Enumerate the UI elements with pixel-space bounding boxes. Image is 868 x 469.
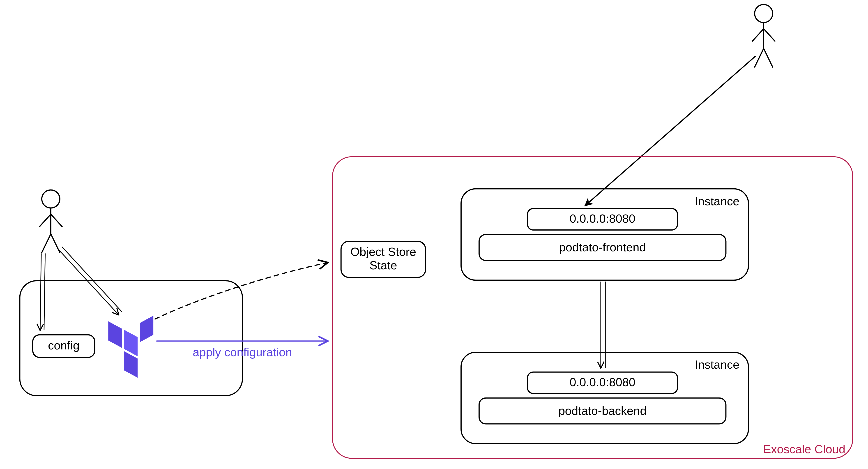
apply-configuration-label: apply configuration bbox=[193, 346, 292, 359]
terraform-icon bbox=[108, 316, 153, 378]
object-store-label-line1: Object Store bbox=[350, 245, 416, 258]
architecture-diagram: config apply configuration Exoscale Clou… bbox=[0, 0, 868, 469]
svg-line-11 bbox=[764, 49, 773, 67]
svg-line-13 bbox=[44, 254, 45, 330]
svg-line-3 bbox=[51, 214, 62, 227]
svg-line-9 bbox=[764, 29, 775, 41]
frontend-instance-label: Instance bbox=[694, 195, 739, 208]
user-actor-icon bbox=[752, 4, 775, 67]
backend-instance-label: Instance bbox=[694, 358, 739, 371]
frontend-to-backend-arrow bbox=[601, 282, 605, 368]
user-to-frontend-arrow bbox=[585, 56, 755, 206]
svg-point-6 bbox=[754, 4, 773, 23]
svg-line-4 bbox=[42, 234, 51, 253]
svg-line-2 bbox=[39, 214, 51, 227]
cloud-provider-label: Exoscale Cloud bbox=[763, 443, 845, 456]
svg-line-12 bbox=[40, 254, 41, 330]
object-store-label-line2: State bbox=[369, 259, 397, 272]
frontend-name-label: podtato-frontend bbox=[559, 241, 646, 254]
svg-line-10 bbox=[754, 49, 764, 67]
svg-point-0 bbox=[42, 190, 60, 208]
backend-endpoint-label: 0.0.0.0:8080 bbox=[570, 376, 636, 389]
svg-line-14 bbox=[59, 250, 118, 315]
svg-line-15 bbox=[62, 247, 122, 312]
frontend-endpoint-label: 0.0.0.0:8080 bbox=[570, 212, 636, 225]
operator-to-config-arrow bbox=[40, 254, 45, 330]
svg-line-8 bbox=[752, 29, 764, 41]
backend-name-label: podtato-backend bbox=[558, 404, 647, 417]
config-label: config bbox=[48, 339, 80, 352]
operator-actor-icon bbox=[39, 190, 62, 253]
